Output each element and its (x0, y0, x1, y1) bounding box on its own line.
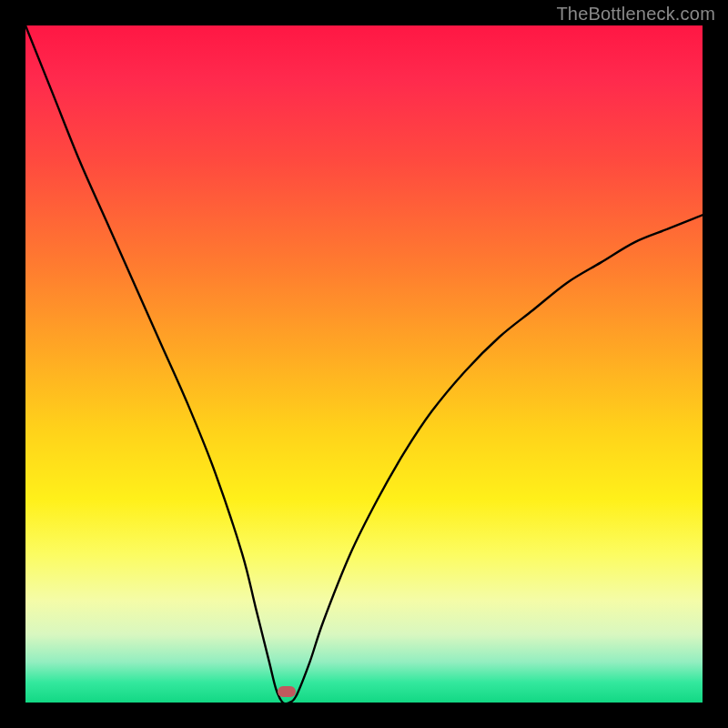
optimal-marker (278, 686, 296, 697)
bottleneck-curve (25, 25, 703, 703)
watermark-text: TheBottleneck.com (556, 4, 715, 25)
chart-frame: TheBottleneck.com (0, 0, 728, 728)
plot-area (25, 25, 703, 703)
